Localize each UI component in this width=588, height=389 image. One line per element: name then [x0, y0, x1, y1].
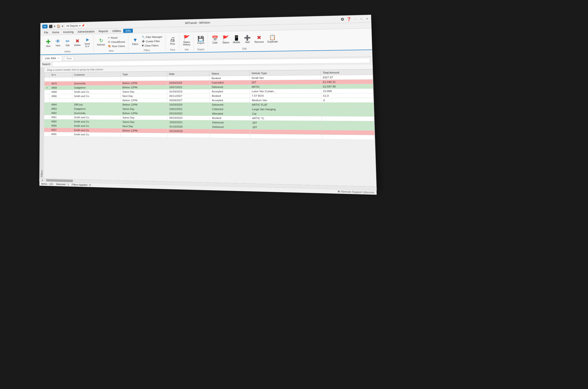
- row-cell-vehicle: Luton Van Curtain...: [250, 89, 321, 94]
- row-cell-date: 31/03/2019: [167, 89, 210, 94]
- checkboxes-button[interactable]: ☑ CheckBoxes: [107, 40, 126, 44]
- mobile-button[interactable]: 📱 Mobile: [231, 35, 241, 44]
- view-icon: 👁: [56, 39, 60, 44]
- help-icon[interactable]: ❓: [346, 17, 352, 21]
- menu-reports[interactable]: Reports: [97, 29, 110, 33]
- checkboxes-label: CheckBoxes: [111, 40, 125, 43]
- minimize-button[interactable]: −: [354, 17, 358, 21]
- col-amount[interactable]: Total Amount: [320, 69, 373, 75]
- row-expand-cell[interactable]: [44, 82, 50, 86]
- edit-button[interactable]: ✏ Edit: [63, 38, 72, 47]
- row-cell-amount: [322, 121, 374, 126]
- scroll-left-btn[interactable]: ◄: [40, 178, 44, 182]
- row-cell-date: 02/10/2018: [167, 129, 210, 133]
- row-expand-cell[interactable]: [44, 115, 49, 119]
- row-cell-type: Before 12PM: [121, 81, 167, 85]
- col-type[interactable]: Type: [121, 71, 167, 77]
- clear-filters-button[interactable]: ✖ Clear Filters: [141, 43, 163, 48]
- grid-scroll-area[interactable]: Id ∨ Customer Type Date Status Vehicle T…: [44, 69, 376, 186]
- add-button[interactable]: ➕ Add: [242, 34, 252, 44]
- table-row[interactable]: 4964ZiffCorpBefore 12PM15/03/2025Deliver…: [44, 102, 374, 107]
- row-cell-vehicle: ARTIC FLAT: [250, 102, 321, 107]
- maximize-button[interactable]: □: [359, 17, 363, 21]
- row-expand-cell[interactable]: >: [44, 86, 50, 90]
- row-expand-cell[interactable]: [44, 94, 49, 98]
- reset-button[interactable]: ↩ Reset: [107, 35, 126, 40]
- col-id[interactable]: Id ∨: [50, 72, 72, 77]
- duplicate-button[interactable]: 📋 Duplicate: [266, 34, 279, 44]
- scroll-thumb[interactable]: [46, 179, 73, 182]
- row-expand-cell[interactable]: [44, 77, 50, 82]
- refresh-label: Refresh: [97, 44, 105, 46]
- tab-close-icon[interactable]: ✕: [57, 57, 59, 60]
- nav-home-dropdown-icon[interactable]: ▾: [62, 24, 63, 28]
- delete-button[interactable]: ✖ Delete: [73, 38, 82, 47]
- close-button[interactable]: ✕: [365, 17, 369, 21]
- row-expand-cell[interactable]: [44, 107, 49, 111]
- send-to-button[interactable]: ➤ Sendto ▾: [83, 36, 92, 48]
- table-row[interactable]: 4966Smith and Co.Next Day26/11/2027Booke…: [44, 93, 373, 98]
- row-colors-button[interactable]: 🎨 Row Colors: [107, 44, 126, 48]
- new-button[interactable]: ✚ New: [44, 38, 53, 48]
- nav-home-icon[interactable]: 🏠: [57, 24, 60, 28]
- ribbon-view-group: ↻ Refresh ↩ Reset ☑ CheckBoxes 🎨 Row Col…: [94, 34, 128, 53]
- filter-manager-button[interactable]: 🔧 Filter Manager: [141, 35, 163, 39]
- menu-jobs[interactable]: Jobs: [123, 29, 133, 33]
- row-expand-cell[interactable]: [44, 132, 49, 136]
- menu-home[interactable]: Home: [50, 30, 61, 34]
- row-expand-cell[interactable]: [44, 90, 50, 94]
- row-cell-amount: [322, 135, 375, 140]
- depot-selector[interactable]: All Depots ▾ 📌: [65, 23, 86, 28]
- filters-button[interactable]: ▼ Filters: [131, 37, 140, 46]
- export-buttons: 💾 Export: [196, 33, 206, 47]
- data-grid: Id ∨ Customer Type Date Status Vehicle T…: [44, 69, 375, 140]
- export-button[interactable]: 💾 Export: [196, 35, 206, 45]
- date-button[interactable]: 📅 Date: [210, 35, 220, 45]
- row-cell-vehicle: ARTIC TL: [250, 116, 322, 121]
- delete-label: Delete: [74, 44, 81, 46]
- send-to-label: Sendto ▾: [85, 43, 90, 48]
- filters-icon: ▼: [133, 37, 138, 43]
- print-button[interactable]: 🖨 Print: [168, 35, 177, 46]
- menu-invoicing[interactable]: Invoicing: [62, 30, 75, 34]
- row-expand-cell[interactable]: [44, 111, 49, 115]
- row-cell-type: Same Day: [121, 107, 167, 111]
- col-status[interactable]: Status: [209, 70, 249, 76]
- row-expand-cell[interactable]: [44, 98, 49, 102]
- view-button[interactable]: 👁 View: [54, 38, 62, 48]
- settings-icon[interactable]: ⚙: [340, 17, 344, 22]
- row-cell-status: Accepted: [210, 89, 250, 94]
- create-filter-button[interactable]: ➕ Create Filter: [141, 39, 163, 43]
- col-date[interactable]: Date: [167, 71, 209, 76]
- date-label: Date: [212, 41, 218, 44]
- row-cell-vehicle: 7.5T BOX: [250, 94, 321, 98]
- menu-file[interactable]: File: [42, 31, 50, 34]
- row-expand-cell[interactable]: [44, 102, 49, 107]
- row-cell-amount: £1,446.31: [321, 79, 373, 84]
- filters-label: Filters: [132, 43, 138, 46]
- row-cell-date: [167, 133, 210, 138]
- menu-utilities[interactable]: Utilities: [110, 29, 123, 33]
- status-button[interactable]: 🚩 Status: [221, 35, 231, 45]
- row-cell-amount: £927.87: [321, 75, 373, 80]
- row-cell-amount: [321, 102, 374, 107]
- col-customer[interactable]: Customer: [72, 72, 121, 77]
- add-label: Add: [245, 41, 250, 44]
- nav-back-icon[interactable]: ⬛: [49, 25, 53, 28]
- table-row[interactable]: Before 12PM26/09/2027AcceptedMedium Van£: [44, 98, 374, 102]
- row-expand-cell[interactable]: [44, 124, 50, 128]
- row-cell-amount: [321, 107, 374, 112]
- row-expand-cell[interactable]: [44, 119, 49, 124]
- search-right-text[interactable]: Sear: [64, 56, 74, 61]
- status-history-button[interactable]: 🚩 StatusHistory: [182, 34, 192, 46]
- refresh-button[interactable]: ↻ Refresh: [96, 37, 106, 47]
- row-expand-cell[interactable]: [44, 128, 49, 132]
- tab-live-jobs[interactable]: Live Jobs ✕: [42, 56, 62, 61]
- row-cell-type: Next Day: [121, 94, 167, 98]
- col-vehicle[interactable]: Vehicle Type: [249, 70, 321, 76]
- menu-administration[interactable]: Administration: [76, 29, 96, 34]
- nav-dropdown-icon[interactable]: ▾: [54, 24, 56, 28]
- filter-manager-icon: 🔧: [142, 35, 145, 38]
- remove-button[interactable]: ✖ Remove: [253, 34, 265, 44]
- row-cell-id: 4959: [49, 124, 72, 128]
